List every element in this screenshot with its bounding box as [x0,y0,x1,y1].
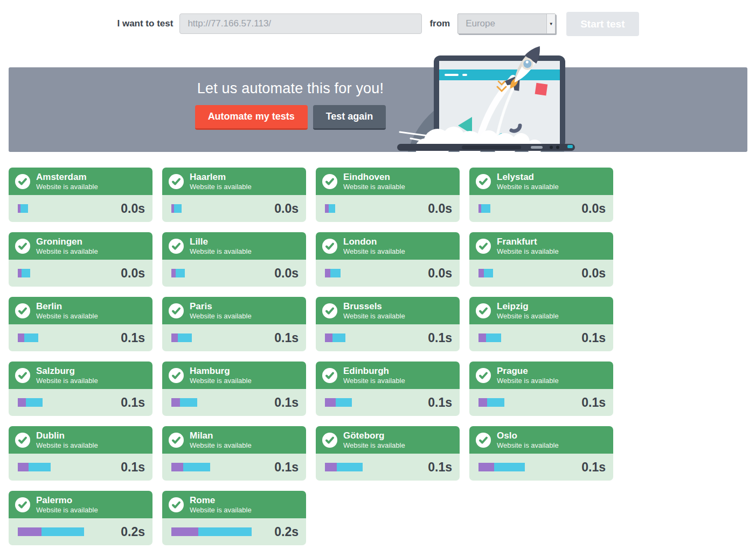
check-icon [15,239,30,254]
timing-bar-cyan-segment [481,204,490,213]
i-want-to-test-label: I want to test [117,13,173,34]
timing-bar-purple-segment [325,204,329,213]
banner-headline: Let us automate this for you! [180,80,401,97]
check-icon [169,368,184,383]
availability-status: Website is available [190,312,252,320]
timing-bar-purple-segment [18,269,22,277]
load-time-value: 0.1s [428,331,452,345]
load-time-value: 0.0s [581,266,606,281]
availability-status: Website is available [36,506,98,514]
city-name: London [343,237,405,247]
load-time-value: 0.0s [274,266,299,281]
city-name: Berlin [36,301,98,312]
city-card: Lille Website is available 0.0s [162,232,306,287]
timing-bar-cyan-segment [29,463,51,471]
availability-status: Website is available [497,247,559,255]
city-card: Paris Website is available 0.1s [162,297,306,351]
timing-bar-purple-segment [171,333,178,342]
availability-status: Website is available [190,183,252,191]
load-time-value: 0.0s [428,201,452,216]
timing-bar-purple-segment [171,527,198,536]
load-time-value: 0.1s [274,331,299,345]
timing-bar-cyan-segment [484,269,493,277]
city-card: Palermo Website is available 0.2s [9,491,152,545]
card-body: 0.1s [9,389,152,416]
availability-status: Website is available [497,183,559,191]
url-input[interactable] [179,13,422,34]
check-icon [169,174,184,189]
city-card: Eindhoven Website is available 0.0s [316,168,460,222]
card-body: 0.2s [162,518,306,545]
region-select[interactable]: Europe ▼ [457,13,556,34]
availability-status: Website is available [497,377,559,385]
check-icon [322,433,337,448]
automate-my-tests-button[interactable]: Automate my tests [195,105,308,130]
card-body: 0.1s [316,324,460,351]
timing-bar-cyan-segment [332,333,345,342]
card-body: 0.0s [9,195,152,222]
city-card: Milan Website is available 0.1s [162,426,306,481]
check-icon [476,303,491,318]
check-icon [169,497,184,512]
check-icon [322,368,337,383]
card-header: Dublin Website is available [9,426,152,454]
load-time-value: 0.0s [121,266,145,281]
check-icon [15,433,30,448]
city-name: Haarlem [190,172,252,183]
city-card: Groningen Website is available 0.0s [9,232,152,287]
timing-bar-cyan-segment [494,463,525,471]
timing-bar [171,204,182,213]
check-icon [476,368,491,383]
load-time-value: 0.1s [121,460,145,475]
test-toolbar: I want to test from Europe ▼ Start test [0,0,756,48]
city-card: Edinburgh Website is available 0.1s [316,362,460,416]
timing-bar [478,463,525,471]
card-header: Brussels Website is available [316,297,460,324]
timing-bar-cyan-segment [486,333,501,342]
timing-bar-purple-segment [18,463,29,471]
card-body: 0.1s [316,454,460,481]
timing-bar [171,527,252,536]
timing-bar-purple-segment [325,333,332,342]
city-name: Amsterdam [36,172,98,183]
card-body: 0.1s [9,324,152,351]
timing-bar-cyan-segment [24,333,38,342]
region-selected-value: Europe [466,18,495,29]
card-header: Haarlem Website is available [162,168,306,195]
city-card: Lelystad Website is available 0.0s [469,168,613,222]
timing-bar-purple-segment [171,398,180,407]
start-test-button[interactable]: Start test [566,12,639,36]
city-name: Dublin [36,430,98,441]
timing-bar-cyan-segment [176,269,185,277]
availability-status: Website is available [190,247,252,255]
card-body: 0.0s [162,195,306,222]
load-time-value: 0.1s [428,395,452,410]
timing-bar-purple-segment [18,398,26,407]
timing-bar-cyan-segment [198,527,252,536]
timing-bar-cyan-segment [337,463,363,471]
timing-bar-purple-segment [171,269,176,277]
card-header: Salzburg Website is available [9,362,152,389]
city-name: Lelystad [497,172,559,183]
availability-status: Website is available [36,312,98,320]
timing-bar-cyan-segment [20,204,28,213]
timing-bar-cyan-segment [22,269,30,277]
load-time-value: 0.1s [121,395,145,410]
test-again-button[interactable]: Test again [313,105,386,130]
card-header: Lille Website is available [162,232,306,260]
check-icon [476,433,491,448]
card-body: 0.1s [9,454,152,481]
city-card: London Website is available 0.0s [316,232,460,287]
timing-bar [171,398,197,407]
availability-status: Website is available [36,247,98,255]
card-header: Paris Website is available [162,297,306,324]
city-name: Edinburgh [343,366,405,377]
card-header: Amsterdam Website is available [9,168,152,195]
timing-bar-purple-segment [478,463,494,471]
card-header: Göteborg Website is available [316,426,460,454]
dropdown-caret-icon: ▼ [546,14,555,33]
load-time-value: 0.0s [428,266,452,281]
card-body: 0.1s [162,389,306,416]
load-time-value: 0.2s [274,525,299,539]
timing-bar-cyan-segment [329,204,335,213]
